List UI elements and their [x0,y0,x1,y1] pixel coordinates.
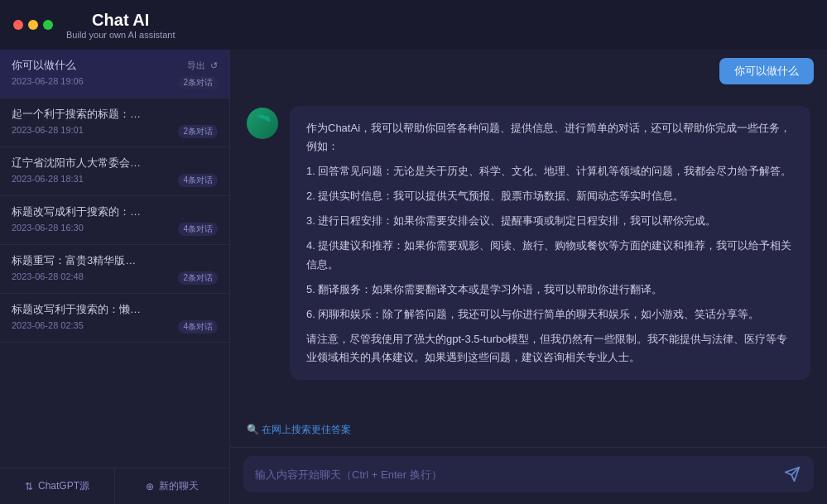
ai-avatar [247,108,278,139]
refresh-icon[interactable]: ↺ [210,60,218,71]
title-bar: Chat AI Build your own AI assistant [0,0,827,50]
sidebar-item-count: 4条对话 [178,320,218,334]
message-intro: 作为ChatAi，我可以帮助你回答各种问题、提供信息、进行简单的对话，还可以帮助… [306,119,794,156]
sidebar-item-actions: 导出 ↺ [187,60,218,72]
sidebar-item-date: 2023-06-28 02:48 [12,271,84,285]
message-disclaimer: 请注意，尽管我使用了强大的gpt-3.5-turbo模型，但我仍然有一些限制。我… [306,330,794,367]
export-label: 导出 [187,60,205,72]
message-point-3: 3. 进行日程安排：如果你需要安排会议、提醒事项或制定日程安排，我可以帮你完成。 [306,212,794,230]
sidebar-item[interactable]: 辽宁省沈阳市人大常委会原党组... 2023-06-28 18:31 4条对话 [0,147,229,196]
chat-input-wrapper [243,456,814,492]
maximize-button[interactable] [43,20,53,30]
sidebar-item[interactable]: 标题改写利于搜索的：懒子卡五... 2023-06-28 02:35 4条对话 [0,294,229,343]
sidebar-item-count: 4条对话 [178,174,218,187]
chat-header: 你可以做什么 [230,50,827,93]
new-chat-label: 新的聊天 [159,479,199,493]
chat-input-area [230,447,827,504]
sidebar-item-date: 2023-06-28 18:31 [12,174,84,187]
app-subtitle: Build your own AI assistant [66,30,175,40]
app-title: Chat AI [92,11,149,30]
sidebar-item-title: 你可以做什么 [12,58,76,73]
send-icon [784,466,801,482]
sidebar-item-date: 2023-06-28 16:30 [12,223,84,236]
openai-icon [253,114,272,132]
sidebar-item-count: 4条对话 [178,223,218,236]
sidebar-item[interactable]: 你可以做什么 导出 ↺ 2023-06-28 19:06 2条对话 [0,50,229,98]
source-icon: ⇅ [25,481,33,492]
sidebar-item-count: 2条对话 [178,76,218,89]
message-point-6: 6. 闲聊和娱乐：除了解答问题，我还可以与你进行简单的聊天和娱乐，如小游戏、笑话… [306,305,794,324]
sidebar-item-title: 标题改写利于搜索的：懒子卡五... [12,302,144,317]
sidebar-item-title: 起一个利于搜索的标题：【实战... [12,107,144,122]
message-point-2: 2. 提供实时信息：我可以提供天气预报、股票市场数据、新闻动态等实时信息。 [306,187,794,205]
close-button[interactable] [13,20,23,30]
sidebar-item-count: 2条对话 [178,271,218,285]
source-label: ChatGPT源 [38,479,89,493]
sidebar-item[interactable]: 标题重写：富贵3精华版富贵电... 2023-06-28 02:48 2条对话 [0,245,229,294]
new-chat-icon: ⊕ [146,481,154,492]
message-point-1: 1. 回答常见问题：无论是关于历史、科学、文化、地理、计算机等领域的问题，我都会… [306,162,794,180]
sidebar-item-title: 标题改写成利于搜索的：短视频... [12,204,144,219]
sidebar-item[interactable]: 起一个利于搜索的标题：【实战... 2023-06-28 19:01 2条对话 [0,98,229,147]
chat-input[interactable] [255,468,774,481]
app-title-block: Chat AI Build your own AI assistant [66,11,175,40]
sidebar-item-date: 2023-06-28 19:06 [12,76,84,89]
what-can-you-do-button[interactable]: 你可以做什么 [719,58,814,84]
chat-area: 你可以做什么 作为ChatAi，我可以帮助你回答各种问题、提供信息、进行简单的对… [230,50,827,504]
sidebar-item-title: 标题重写：富贵3精华版富贵电... [12,253,144,268]
traffic-lights [13,20,53,30]
main-layout: 你可以做什么 导出 ↺ 2023-06-28 19:06 2条对话 起一个利于搜… [0,50,827,504]
sidebar-item-date: 2023-06-28 02:35 [12,320,84,334]
sidebar-item-title: 辽宁省沈阳市人大常委会原党组... [12,156,144,170]
send-button[interactable] [782,464,802,484]
sidebar-footer: ⇅ ChatGPT源 ⊕ 新的聊天 [0,468,229,504]
message-block: 作为ChatAi，我可以帮助你回答各种问题、提供信息、进行简单的对话，还可以帮助… [247,106,810,380]
message-point-4: 4. 提供建议和推荐：如果你需要观影、阅读、旅行、购物或餐饮等方面的建议和推荐，… [306,237,794,273]
new-chat-button[interactable]: ⊕ 新的聊天 [115,468,229,504]
sidebar-item-count: 2条对话 [178,125,218,138]
sidebar: 你可以做什么 导出 ↺ 2023-06-28 19:06 2条对话 起一个利于搜… [0,50,230,504]
sidebar-list: 你可以做什么 导出 ↺ 2023-06-28 19:06 2条对话 起一个利于搜… [0,50,229,468]
search-hint[interactable]: 🔍 在网上搜索更佳答案 [230,416,827,447]
message-point-5: 5. 翻译服务：如果你需要翻译文本或是学习外语，我可以帮助你进行翻译。 [306,281,794,299]
sidebar-item-date: 2023-06-28 19:01 [12,125,84,138]
sidebar-item[interactable]: 标题改写成利于搜索的：短视频... 2023-06-28 16:30 4条对话 [0,196,229,245]
minimize-button[interactable] [28,20,38,30]
ai-message-bubble: 作为ChatAi，我可以帮助你回答各种问题、提供信息、进行简单的对话，还可以帮助… [290,106,810,380]
chatgpt-source-button[interactable]: ⇅ ChatGPT源 [0,468,115,504]
chat-messages: 作为ChatAi，我可以帮助你回答各种问题、提供信息、进行简单的对话，还可以帮助… [230,93,827,416]
